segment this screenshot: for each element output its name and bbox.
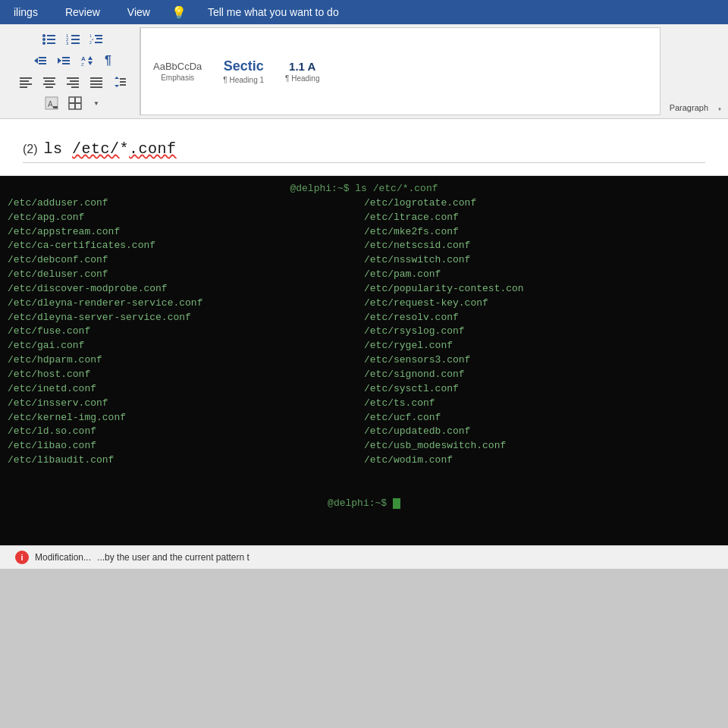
menu-item-ilings[interactable]: ilings [8,3,44,21]
numbered-list-button[interactable]: 1 2 3 [62,30,83,49]
style-section-preview: Sectic [224,58,264,74]
doc-ls-text: ls [44,140,73,158]
terminal-left-line: /etc/libao.conf [8,439,364,453]
terminal-left-line: /etc/dleyna-renderer-service.conf [8,297,364,311]
terminal-cursor [393,498,400,509]
terminal-final-prompt: @delphi:~$ [8,497,720,511]
svg-rect-3 [47,35,55,36]
shading-button[interactable]: A [41,94,62,112]
paragraph-expand-icon[interactable]: ⬧ [717,104,722,115]
svg-rect-42 [90,77,102,79]
doc-divider [23,162,705,163]
bottom-bar: i Modification... ...by the user and the… [0,545,728,569]
borders-button[interactable] [64,94,86,112]
doc-path-text: /etc/ [72,140,120,158]
word-document: (2) ls /etc/*.conf [0,119,728,176]
terminal-right-line: /etc/rsyslog.conf [364,325,720,339]
style-section-label: ¶ Heading 1 [223,76,264,84]
terminal-left-line: /etc/inetd.conf [8,382,364,397]
justify-button[interactable] [86,73,107,91]
menu-item-view[interactable]: View [121,3,156,21]
ribbon: ilings Review View 💡 Tell me what you wa… [0,0,728,119]
terminal-left-line: /etc/apg.conf [8,211,364,225]
bullet-list-button[interactable] [39,30,60,49]
terminal-left-line: /etc/insserv.conf [8,397,364,411]
svg-marker-46 [115,77,119,79]
svg-rect-39 [70,80,79,82]
svg-text:A: A [81,55,86,62]
list-icons-row: 1 2 3 1 a 2 [39,30,107,49]
svg-rect-21 [39,63,46,64]
terminal-right-column: /etc/logrotate.conf/etc/ltrace.conf/etc/… [364,196,720,468]
svg-rect-56 [74,97,76,109]
terminal-right-line: /etc/rygel.conf [364,339,720,353]
terminal-right-line: /etc/ts.conf [364,397,720,411]
terminal-right-line: /etc/mke2fs.conf [364,225,720,240]
terminal-right-line: /etc/usb_modeswitch.conf [364,439,720,453]
svg-rect-25 [62,63,70,64]
svg-rect-38 [67,77,79,79]
terminal-right-line: /etc/netscsid.conf [364,239,720,253]
line-spacing-button[interactable] [109,73,130,91]
terminal-right-line: /etc/wodim.conf [364,453,720,468]
style-emphasis[interactable]: AaBbCcDa Emphasis [149,59,206,83]
svg-rect-41 [71,86,79,88]
menu-item-review[interactable]: Review [59,3,106,21]
align-row [15,73,130,91]
terminal-content: @delphi:~$ ls /etc/*.conf /etc/adduser.c… [0,176,728,545]
terminal-bottom-prompt: @delphi:~$ [8,468,720,539]
svg-rect-16 [96,38,102,39]
svg-rect-48 [120,78,126,80]
terminal-left-line: /etc/adduser.conf [8,196,364,211]
svg-rect-5 [47,42,55,44]
terminal-left-line: /etc/discover-modprobe.conf [8,282,364,297]
paragraph-marks-button[interactable]: ¶ [100,52,117,69]
sort-button[interactable]: A Z [77,52,98,70]
doc-star-text: * [120,140,130,158]
svg-marker-47 [115,85,119,87]
terminal-right-line: /etc/sensors3.conf [364,353,720,368]
terminal-left-line: /etc/dleyna-server-service.conf [8,311,364,325]
svg-rect-43 [90,80,102,82]
increase-indent-button[interactable] [53,52,74,70]
paragraph-section-label: Paragraph [661,103,717,115]
terminal-left-line: /etc/host.conf [8,368,364,382]
tell-me-label: Tell me what you want to do [202,3,345,21]
terminal-output: /etc/adduser.conf/etc/apg.conf/etc/appst… [8,196,720,468]
svg-text:Z: Z [81,62,84,67]
style-heading1[interactable]: 1.1 A ¶ Heading [281,58,324,84]
svg-text:3: 3 [66,41,69,46]
styles-gallery: AaBbCcDa Emphasis Sectic ¶ Heading 1 1.1… [140,27,661,115]
terminal-left-line: /etc/deluser.conf [8,268,364,282]
terminal-left-line: /etc/fuse.conf [8,325,364,339]
svg-rect-15 [95,35,102,36]
style-section[interactable]: Sectic ¶ Heading 1 [218,57,268,86]
svg-marker-29 [88,61,93,65]
terminal-left-line: /etc/debconf.conf [8,253,364,268]
svg-rect-20 [39,60,46,61]
svg-rect-19 [39,57,46,58]
bottom-extra-text: ...by the user and the current pattern t [97,552,249,563]
terminal-right-line: /etc/resolv.conf [364,311,720,325]
list-section: 1 2 3 1 a 2 [6,27,140,115]
doc-line-number: (2) [23,143,38,156]
terminal-right-line: /etc/logrotate.conf [364,196,720,211]
svg-rect-40 [67,83,79,85]
svg-rect-10 [71,39,80,40]
align-right-button[interactable] [62,73,83,91]
terminal-left-line: /etc/ca-certificates.conf [8,239,364,253]
borders-dropdown[interactable]: ▼ [88,95,105,111]
terminal-left-line: /etc/appstream.conf [8,225,364,240]
svg-rect-9 [71,35,80,36]
ribbon-content: 1 2 3 1 a 2 [0,24,728,119]
decrease-indent-button[interactable] [30,52,51,70]
align-center-button[interactable] [39,73,60,91]
terminal-left-line: /etc/libaudit.conf [8,453,364,468]
terminal-prompt-line: @delphi:~$ ls /etc/*.conf [8,182,720,196]
style-emphasis-label: Emphasis [161,74,194,82]
indent-row: A Z ¶ [30,52,117,70]
terminal-left-line: /etc/ld.so.conf [8,425,364,439]
svg-text:A: A [48,100,53,108]
align-left-button[interactable] [15,73,36,91]
multilevel-list-button[interactable]: 1 a 2 [86,30,107,49]
